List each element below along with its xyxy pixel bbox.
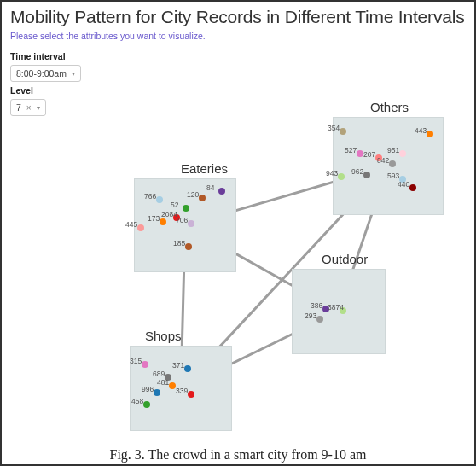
edge xyxy=(339,166,388,312)
figure-caption: Fig. 3. The crowd in a smart city from 9… xyxy=(2,447,474,464)
edge xyxy=(185,225,339,312)
edge xyxy=(181,312,339,388)
edge xyxy=(185,166,388,226)
edge xyxy=(181,225,185,388)
graph-edges xyxy=(2,2,476,466)
edge xyxy=(181,166,388,389)
